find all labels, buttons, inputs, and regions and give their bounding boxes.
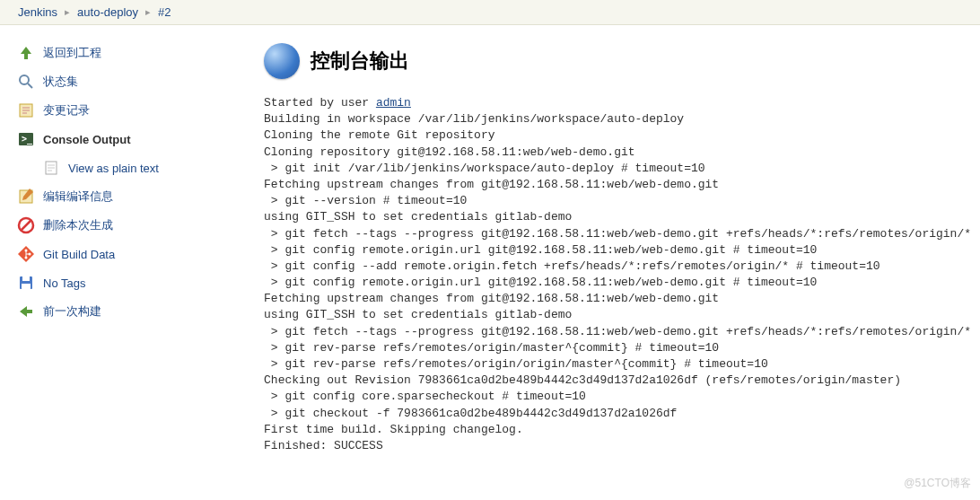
- edit-notepad-icon: [16, 187, 36, 206]
- breadcrumb: Jenkins ▸ auto-deploy ▸ #2: [0, 0, 980, 25]
- magnifier-icon: [16, 72, 36, 92]
- notepad-icon: [16, 101, 36, 120]
- sidebar-label: 状态集: [43, 74, 78, 90]
- sidebar-back[interactable]: 返回到工程: [13, 39, 250, 67]
- sidebar-notags[interactable]: No Tags: [13, 268, 250, 297]
- document-icon: [41, 158, 61, 178]
- sidebar-label: No Tags: [43, 276, 85, 290]
- sidebar-delete[interactable]: 删除本次生成: [13, 211, 250, 240]
- page-title-text: 控制台输出: [311, 48, 409, 75]
- svg-rect-21: [22, 276, 30, 281]
- sidebar-label: 编辑编译信息: [43, 189, 113, 205]
- sidebar: 返回到工程 状态集 变更记录 >_ Console Output View as…: [0, 25, 255, 472]
- sidebar-changes[interactable]: 变更记录: [13, 96, 250, 125]
- breadcrumb-jenkins[interactable]: Jenkins: [18, 5, 57, 19]
- svg-line-1: [28, 83, 32, 88]
- sidebar-label: 返回到工程: [43, 45, 101, 61]
- main-content: 控制台输出 Started by user admin Building in …: [255, 25, 980, 472]
- sidebar-plaintext[interactable]: View as plain text: [39, 154, 250, 182]
- sidebar-console[interactable]: >_ Console Output: [13, 125, 250, 154]
- svg-point-0: [20, 75, 29, 84]
- sidebar-label: 前一次构建: [43, 303, 101, 320]
- console-output: Started by user admin Building in worksp…: [264, 95, 971, 454]
- left-arrow-icon: [16, 302, 36, 321]
- terminal-icon: >_: [16, 129, 36, 149]
- svg-line-14: [22, 221, 31, 230]
- git-icon: [16, 244, 36, 264]
- build-status-orb-icon: [264, 43, 300, 79]
- breadcrumb-sep: ▸: [145, 6, 151, 18]
- sidebar-label: 删除本次生成: [43, 217, 113, 233]
- sidebar-label: Console Output: [43, 133, 131, 146]
- breadcrumb-sep: ▸: [65, 6, 70, 18]
- breadcrumb-build[interactable]: #2: [158, 5, 171, 19]
- svg-text:>_: >_: [22, 134, 33, 145]
- sidebar-status[interactable]: 状态集: [13, 67, 250, 96]
- sidebar-label: Git Build Data: [43, 248, 115, 261]
- sidebar-label: 变更记录: [43, 102, 90, 118]
- sidebar-editbuild[interactable]: 编辑编译信息: [13, 182, 250, 211]
- sidebar-label: View as plain text: [68, 162, 159, 175]
- breadcrumb-job[interactable]: auto-deploy: [77, 5, 138, 19]
- console-user-link[interactable]: admin: [376, 96, 411, 110]
- page-title: 控制台输出: [264, 43, 971, 79]
- sidebar-gitdata[interactable]: Git Build Data: [13, 240, 250, 268]
- sidebar-prev[interactable]: 前一次构建: [13, 297, 250, 326]
- up-arrow-icon: [16, 43, 36, 63]
- save-icon: [16, 273, 36, 293]
- no-entry-icon: [16, 215, 36, 235]
- svg-rect-22: [22, 284, 31, 289]
